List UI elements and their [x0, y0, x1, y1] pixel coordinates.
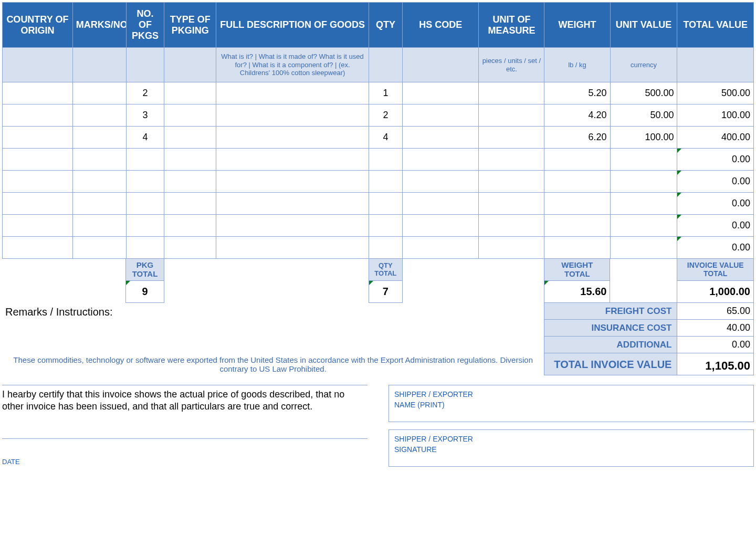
tot-pkg: 9 — [126, 281, 164, 303]
shipper-name-l1: SHIPPER / EXPORTER — [394, 390, 748, 400]
hint-uvalue: currency — [610, 48, 677, 82]
shipper-sig-box: SHIPPER / EXPORTER SIGNATURE — [388, 429, 754, 467]
table-row: 0.00 — [3, 149, 754, 171]
totals-table: PKG TOTAL QTY TOTAL WEIGHT TOTAL INVOICE… — [2, 258, 754, 375]
h-tvalue: TOTAL VALUE — [677, 3, 754, 48]
tot-qty: 7 — [369, 281, 402, 303]
sub-invval: INVOICE VALUE TOTAL — [677, 259, 754, 281]
table-row: 446.20100.00400.00 — [3, 127, 754, 149]
remarks-label: Remarks / Instructions: — [2, 303, 544, 353]
h-desc: FULL DESCRIPTION OF GOODS — [216, 3, 369, 48]
h-hs: HS CODE — [402, 3, 478, 48]
table-row: 0.00 — [3, 215, 754, 237]
insurance-val: 40.00 — [677, 320, 754, 337]
h-country: COUNTRY OF ORIGIN — [3, 3, 73, 48]
table-row: 0.00 — [3, 193, 754, 215]
hint-weight: lb / kg — [544, 48, 610, 82]
certify-text: I hearby certify that this invoice shows… — [2, 385, 368, 413]
h-pkgs: NO. OF PKGS — [126, 3, 164, 48]
h-uom: UNIT OF MEASURE — [479, 3, 544, 48]
sub-pkg: PKG TOTAL — [126, 259, 164, 281]
date-label: DATE — [2, 438, 368, 466]
table-row: 0.00 — [3, 171, 754, 193]
h-uvalue: UNIT VALUE — [610, 3, 677, 48]
shipper-sig-l2: SIGNATURE — [394, 445, 748, 455]
table-row: 215.20500.00500.00 — [3, 82, 754, 104]
bottom-area: I hearby certify that this invoice shows… — [2, 385, 754, 467]
table-row: 324.2050.00100.00 — [3, 104, 754, 127]
tot-invval: 1,000.00 — [677, 281, 754, 303]
hint-uom: pieces / units / set / etc. — [479, 48, 544, 82]
freight-label: FREIGHT COST — [544, 303, 677, 320]
sub-qty: QTY TOTAL — [369, 259, 402, 281]
hint-desc: What is it? | What is it made of? What i… — [216, 48, 369, 82]
h-marks: MARKS/NO's — [72, 3, 126, 48]
total-invoice-val: 1,105.00 — [677, 353, 754, 375]
h-pkging: TYPE OF PKGING — [164, 3, 216, 48]
total-invoice-label: TOTAL INVOICE VALUE — [544, 353, 677, 375]
shipper-sig-l1: SHIPPER / EXPORTER — [394, 434, 748, 445]
export-note: These commodities, technology or softwar… — [2, 353, 544, 375]
shipper-name-l2: NAME (PRINT) — [394, 400, 748, 411]
hint-row: What is it? | What is it made of? What i… — [3, 48, 754, 82]
header-row: COUNTRY OF ORIGIN MARKS/NO's NO. OF PKGS… — [3, 3, 754, 48]
freight-val: 65.00 — [677, 303, 754, 320]
h-qty: QTY — [369, 3, 402, 48]
invoice-table: COUNTRY OF ORIGIN MARKS/NO's NO. OF PKGS… — [2, 2, 754, 259]
h-weight: WEIGHT — [544, 3, 610, 48]
tot-weight: 15.60 — [544, 281, 610, 303]
table-row: 0.00 — [3, 237, 754, 259]
additional-val: 0.00 — [677, 337, 754, 353]
shipper-name-box: SHIPPER / EXPORTER NAME (PRINT) — [388, 385, 754, 422]
sub-weight: WEIGHT TOTAL — [544, 259, 610, 281]
insurance-label: INSURANCE COST — [544, 320, 677, 337]
additional-label: ADDITIONAL — [544, 337, 677, 353]
